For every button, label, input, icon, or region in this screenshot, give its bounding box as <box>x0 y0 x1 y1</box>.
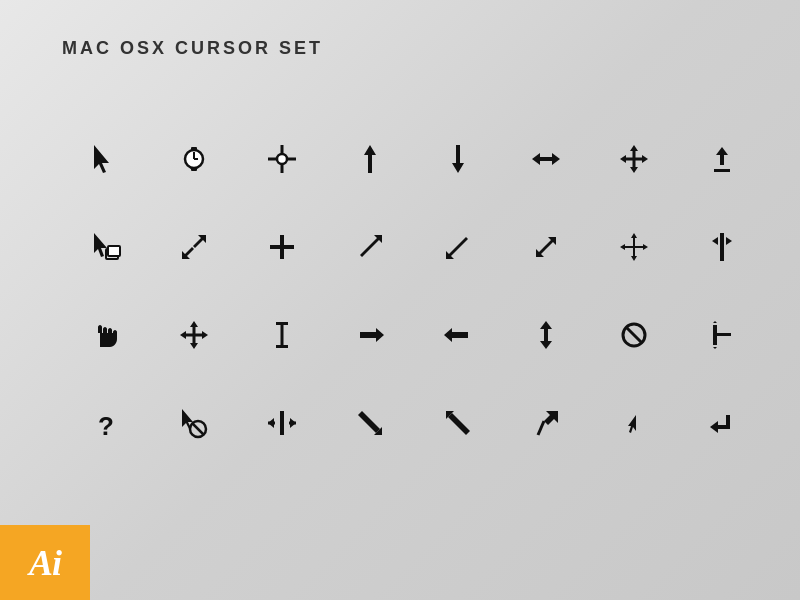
svg-marker-33 <box>360 328 384 342</box>
hand-cursor <box>62 291 150 379</box>
no-cursor <box>590 291 678 379</box>
ne-turn-cursor <box>502 379 590 467</box>
ne-arrow-cursor <box>326 203 414 291</box>
svg-text:?: ? <box>98 411 114 439</box>
ai-badge: Ai <box>0 525 90 600</box>
h-split-cursor <box>238 379 326 467</box>
text-cursor <box>238 291 326 379</box>
svg-marker-23 <box>446 237 468 259</box>
upload-cursor <box>678 115 766 203</box>
svg-marker-55 <box>544 411 558 425</box>
svg-rect-26 <box>720 233 724 261</box>
down-arrow-cursor <box>414 115 502 203</box>
svg-rect-17 <box>108 246 120 256</box>
up-arrow-cursor <box>326 115 414 203</box>
svg-marker-10 <box>452 145 464 173</box>
svg-marker-0 <box>94 145 109 173</box>
watch-cursor <box>150 115 238 203</box>
drag-cursor <box>150 291 238 379</box>
svg-marker-35 <box>540 321 552 349</box>
crosshair-cursor <box>238 115 326 203</box>
se-arrow-cursor <box>326 379 414 467</box>
svg-rect-49 <box>268 422 275 425</box>
small-arrow-cursor <box>590 379 678 467</box>
svg-rect-50 <box>289 422 296 425</box>
move-cursor <box>590 115 678 203</box>
svg-marker-13 <box>716 147 728 165</box>
svg-marker-18 <box>193 235 206 248</box>
four-way-cursor <box>590 203 678 291</box>
svg-marker-52 <box>358 411 380 433</box>
svg-marker-25 <box>620 233 648 261</box>
svg-marker-12 <box>620 145 648 173</box>
svg-rect-14 <box>714 169 730 172</box>
nw-arrow-cursor <box>414 379 502 467</box>
diagonal-resize-cursor <box>502 203 590 291</box>
svg-marker-40 <box>713 321 717 323</box>
vertical-resize2-cursor <box>502 291 590 379</box>
svg-rect-31 <box>276 345 288 348</box>
svg-rect-39 <box>713 325 717 345</box>
svg-rect-4 <box>191 147 197 151</box>
svg-marker-22 <box>360 235 382 257</box>
sw-arrow-cursor <box>414 203 502 291</box>
vertical-split-cursor <box>678 203 766 291</box>
svg-marker-24 <box>536 237 556 257</box>
svg-marker-34 <box>444 328 468 342</box>
cursor-grid: ? <box>62 115 766 467</box>
page-title: MAC OSX CURSOR SET <box>62 38 323 59</box>
right-arrow-cursor <box>326 291 414 379</box>
svg-line-45 <box>192 423 204 435</box>
svg-rect-21 <box>270 245 294 249</box>
arrow-cursor <box>62 115 150 203</box>
svg-marker-27 <box>712 237 718 245</box>
horizontal-resize-cursor <box>502 115 590 203</box>
left-arrow-cursor <box>414 291 502 379</box>
svg-marker-41 <box>713 347 717 349</box>
svg-marker-19 <box>182 247 194 259</box>
svg-rect-46 <box>280 411 284 435</box>
svg-marker-28 <box>726 237 732 245</box>
bar-cursor <box>678 291 766 379</box>
svg-marker-11 <box>532 153 560 165</box>
svg-rect-5 <box>191 167 197 171</box>
ai-label: Ai <box>29 542 61 584</box>
svg-line-37 <box>626 327 642 343</box>
arrow-no-cursor <box>150 379 238 467</box>
svg-rect-30 <box>276 322 288 325</box>
svg-marker-59 <box>710 421 718 433</box>
svg-point-8 <box>277 154 287 164</box>
svg-marker-56 <box>628 415 636 433</box>
svg-marker-29 <box>180 321 208 349</box>
arrow-copy-cursor <box>62 203 150 291</box>
plus-cursor <box>238 203 326 291</box>
help-cursor: ? <box>62 379 150 467</box>
svg-rect-32 <box>281 325 284 345</box>
svg-marker-9 <box>364 145 376 173</box>
svg-marker-54 <box>448 413 470 435</box>
diagonal-ne-cursor <box>150 203 238 291</box>
return-cursor <box>678 379 766 467</box>
